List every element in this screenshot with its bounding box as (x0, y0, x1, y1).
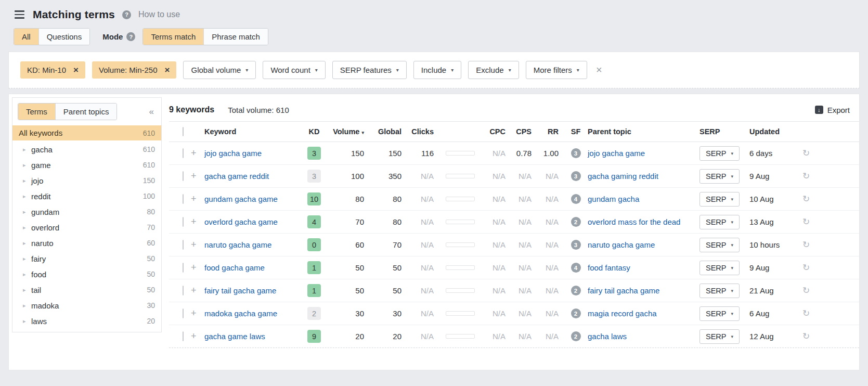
refresh-icon[interactable]: ↻ (799, 194, 810, 204)
sidebar-item-gundam[interactable]: ▸gundam80 (12, 204, 161, 220)
keyword-link[interactable]: gacha game reddit (204, 172, 301, 181)
sidebar-item-jojo[interactable]: ▸jojo150 (12, 173, 161, 188)
expand-arrow-icon[interactable]: ▸ (23, 224, 31, 231)
keyword-link[interactable]: naruto gacha game (204, 240, 301, 249)
serp-button[interactable]: SERP▾ (699, 192, 740, 207)
row-checkbox[interactable] (183, 240, 184, 250)
serp-button[interactable]: SERP▾ (699, 329, 740, 344)
add-keyword-button[interactable]: + (191, 194, 204, 204)
pill-close-icon[interactable]: × (73, 66, 79, 74)
col-keyword[interactable]: Keyword (204, 127, 301, 136)
add-keyword-button[interactable]: + (191, 285, 204, 296)
export-button[interactable]: ↓ Export (815, 106, 850, 114)
refresh-icon[interactable]: ↻ (799, 286, 810, 295)
sidebar-item-gacha[interactable]: ▸gacha610 (12, 141, 161, 157)
filter-dropdown-global-volume[interactable]: Global volume▾ (183, 61, 256, 79)
sidebar-item-laws[interactable]: ▸laws20 (12, 313, 161, 329)
expand-arrow-icon[interactable]: ▸ (23, 318, 31, 325)
sidebar-item-game[interactable]: ▸game610 (12, 157, 161, 173)
add-keyword-button[interactable]: + (191, 239, 204, 250)
add-keyword-button[interactable]: + (191, 262, 204, 273)
filter-pill-volume[interactable]: Volume: Min-250× (92, 61, 177, 79)
filter-pill-kd[interactable]: KD: Min-10× (20, 61, 85, 79)
sidebar-item-reddit[interactable]: ▸reddit100 (12, 188, 161, 204)
col-volume[interactable]: Volume ▾ (328, 127, 369, 136)
serp-button[interactable]: SERP▾ (699, 284, 740, 298)
add-keyword-button[interactable]: + (191, 308, 204, 319)
row-checkbox[interactable] (183, 171, 184, 181)
row-checkbox[interactable] (183, 286, 184, 295)
keyword-link[interactable]: jojo gacha game (204, 149, 301, 158)
tab-terms-match[interactable]: Terms match (143, 29, 203, 45)
parent-topic-link[interactable]: food fantasy (588, 263, 699, 272)
expand-arrow-icon[interactable]: ▸ (23, 146, 31, 153)
add-keyword-button[interactable]: + (191, 148, 204, 159)
col-updated[interactable]: Updated (749, 127, 799, 136)
expand-arrow-icon[interactable]: ▸ (23, 287, 31, 293)
row-checkbox[interactable] (183, 331, 184, 341)
refresh-icon[interactable]: ↻ (799, 308, 810, 318)
sidebar-item-overlord[interactable]: ▸overlord70 (12, 220, 161, 235)
filter-dropdown-include[interactable]: Include▾ (413, 61, 461, 79)
filter-dropdown-word-count[interactable]: Word count▾ (263, 61, 325, 79)
parent-topic-link[interactable]: gundam gacha (588, 195, 699, 203)
expand-arrow-icon[interactable]: ▸ (23, 177, 31, 184)
sidebar-item-food[interactable]: ▸food50 (12, 266, 161, 282)
expand-arrow-icon[interactable]: ▸ (23, 209, 31, 215)
refresh-icon[interactable]: ↻ (799, 331, 810, 341)
refresh-icon[interactable]: ↻ (799, 240, 810, 250)
expand-arrow-icon[interactable]: ▸ (23, 162, 31, 169)
keyword-link[interactable]: overlord gacha game (204, 217, 301, 226)
add-keyword-button[interactable]: + (191, 171, 204, 182)
row-checkbox[interactable] (183, 217, 184, 227)
keyword-link[interactable]: gundam gacha game (204, 195, 301, 203)
parent-topic-link[interactable]: fairy tail gacha game (588, 286, 699, 295)
row-checkbox[interactable] (183, 263, 184, 273)
col-cps[interactable]: CPS (511, 127, 537, 136)
parent-topic-link[interactable]: gacha laws (588, 332, 699, 341)
how-to-use-link[interactable]: How to use (138, 10, 180, 19)
tab-phrase-match[interactable]: Phrase match (203, 29, 268, 45)
collapse-sidebar-icon[interactable]: « (147, 107, 156, 117)
filter-dropdown-more-filters[interactable]: More filters▾ (526, 61, 587, 79)
parent-topic-link[interactable]: jojo gacha game (588, 149, 699, 158)
pill-close-icon[interactable]: × (165, 66, 170, 74)
add-keyword-button[interactable]: + (191, 331, 204, 342)
keyword-link[interactable]: food gacha game (204, 263, 301, 272)
expand-arrow-icon[interactable]: ▸ (23, 240, 31, 247)
col-kd[interactable]: KD (301, 127, 328, 136)
col-clicks[interactable]: Clicks (407, 127, 439, 136)
serp-button[interactable]: SERP▾ (699, 146, 740, 161)
serp-button[interactable]: SERP▾ (699, 238, 740, 252)
col-rr[interactable]: RR (537, 127, 564, 136)
refresh-icon[interactable]: ↻ (799, 217, 810, 227)
tab-terms[interactable]: Terms (18, 104, 55, 120)
serp-button[interactable]: SERP▾ (699, 169, 740, 184)
parent-topic-link[interactable]: magia record gacha (588, 309, 699, 318)
tab-parent-topics[interactable]: Parent topics (55, 104, 117, 120)
clear-filters-icon[interactable]: × (596, 64, 602, 76)
filter-dropdown-exclude[interactable]: Exclude▾ (468, 61, 519, 79)
sidebar-item-tail[interactable]: ▸tail50 (12, 282, 161, 298)
row-checkbox[interactable] (183, 194, 184, 204)
parent-topic-link[interactable]: overlord mass for the dead (588, 217, 699, 226)
tab-questions[interactable]: Questions (38, 29, 90, 45)
col-parent-topic[interactable]: Parent topic (588, 127, 699, 136)
row-checkbox[interactable] (183, 308, 184, 318)
menu-icon[interactable] (14, 8, 25, 21)
sidebar-item-madoka[interactable]: ▸madoka30 (12, 298, 161, 313)
row-checkbox[interactable] (183, 148, 184, 158)
expand-arrow-icon[interactable]: ▸ (23, 255, 31, 262)
expand-arrow-icon[interactable]: ▸ (23, 271, 31, 278)
add-keyword-button[interactable]: + (191, 216, 204, 227)
col-global[interactable]: Global (369, 127, 407, 136)
mode-help-icon[interactable]: ? (126, 32, 135, 41)
parent-topic-link[interactable]: gacha gaming reddit (588, 172, 699, 181)
parent-topic-link[interactable]: naruto gacha game (588, 240, 699, 249)
refresh-icon[interactable]: ↻ (799, 263, 810, 273)
serp-button[interactable]: SERP▾ (699, 261, 740, 275)
tab-all[interactable]: All (14, 29, 38, 45)
keyword-link[interactable]: fairy tail gacha game (204, 286, 301, 295)
select-all-checkbox[interactable] (183, 127, 184, 136)
refresh-icon[interactable]: ↻ (799, 171, 810, 181)
